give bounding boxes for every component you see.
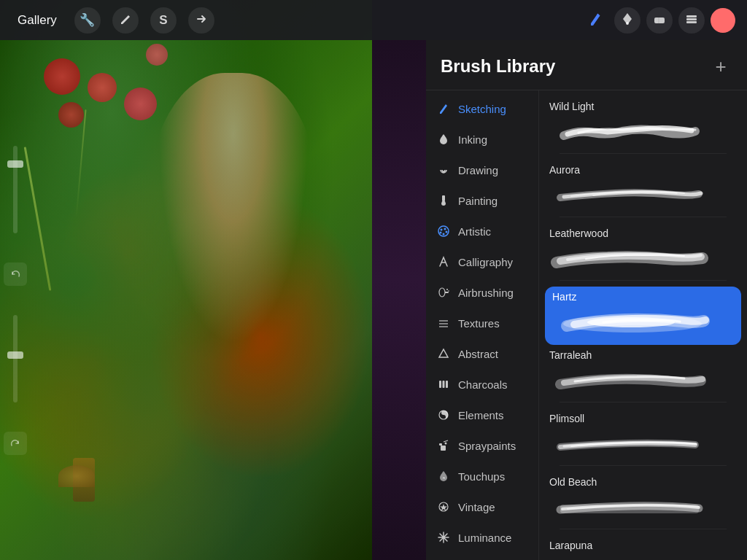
textures-icon [436,316,451,330]
brush-stroke-plimsoll [549,427,737,462]
brush-separator-tarraleah [560,402,727,402]
svg-rect-14 [445,292,449,293]
svg-point-33 [587,317,675,327]
brush-separator-old-beach [560,529,727,529]
brush-item-tarraleah[interactable]: Tarraleah [539,345,747,408]
sidebar-item-inking[interactable]: Inking [426,124,538,155]
svg-point-12 [440,232,442,234]
sidebar-item-textures[interactable]: Textures [426,308,538,338]
smudge-button[interactable]: S [150,7,177,34]
pen-modify-icon [119,12,132,28]
brush-item-old-beach[interactable]: Old Beach [539,472,747,535]
brush-stroke-hartz [552,306,734,341]
sidebar-item-elements[interactable]: Elements [426,400,538,430]
undo-button[interactable] [4,262,27,286]
sidebar-item-label-touchups: Touchups [458,470,505,483]
opacity-slider-track[interactable] [13,146,18,233]
brush-name-plimsoll: Plimsoll [549,413,737,424]
sidebar-item-label-drawing: Drawing [458,164,498,176]
brush-stroke-tarraleah [549,364,737,399]
pen-nib-icon [620,12,635,29]
sidebar-item-label-painting: Painting [458,195,498,207]
layers-button[interactable] [678,7,705,34]
brush-item-plimsoll[interactable]: Plimsoll [539,408,747,472]
sidebar-item-abstract[interactable]: Abstract [426,338,538,369]
sidebar-item-airbrushing[interactable]: Airbrushing [426,277,538,308]
brush-item-larapuna[interactable]: Larapuna [539,535,747,560]
size-slider-thumb[interactable] [7,351,23,359]
sidebar-item-label-spraypaints: Spraypaints [458,440,516,452]
pencil-tool-button[interactable] [582,7,608,34]
sidebar-item-label-elements: Elements [458,409,504,421]
svg-rect-24 [441,446,446,451]
painting-icon [436,193,451,208]
svg-rect-20 [439,381,441,388]
sidebar-item-industrial[interactable]: Industrial [426,553,538,560]
sidebar-item-label-inking: Inking [458,133,487,146]
sidebar-item-label-textures: Textures [458,317,500,330]
charcoals-icon [436,377,451,392]
size-slider-track[interactable] [13,315,18,402]
brush-name-larapuna: Larapuna [549,540,737,551]
add-brush-button[interactable]: + [709,55,732,78]
brush-separator-wild-light [560,153,727,154]
sidebar-item-vintage[interactable]: Vintage [426,491,538,522]
calligraphy-icon [436,254,451,269]
sidebar-item-spraypaints[interactable]: Spraypaints [426,430,538,461]
brush-stroke-wild-light [549,115,737,150]
brush-item-wild-light[interactable]: Wild Light [539,96,747,160]
avatar-button[interactable] [711,8,735,33]
left-sidebar [0,40,31,560]
svg-rect-25 [439,443,442,446]
pen-nib-tool-button[interactable] [614,7,640,34]
sidebar-item-sketching[interactable]: Sketching [426,93,538,124]
toolbar-right [582,7,735,34]
brush-item-leatherwood[interactable]: Leatherwood [539,223,747,287]
brush-panel-header: Brush Library + [426,40,747,90]
brush-separator-leatherwood [560,280,727,281]
pen-modify-button[interactable] [112,7,139,34]
redo-button[interactable] [4,432,27,455]
svg-point-16 [448,290,449,292]
eraser-tool-button[interactable] [646,7,673,34]
brush-name-hartz: Hartz [552,291,734,303]
eraser-icon [652,12,667,29]
pencil-tool-icon [587,11,603,30]
brush-panel-title: Brush Library [441,56,555,77]
svg-point-27 [445,443,447,445]
brush-item-aurora[interactable]: Aurora [539,160,747,223]
svg-rect-4 [686,18,697,20]
sidebar-item-artistic[interactable]: Artistic [426,216,538,246]
arrow-button[interactable] [188,7,214,34]
gallery-button[interactable]: Gallery [12,13,63,28]
sidebar-item-luminance[interactable]: Luminance [426,522,538,553]
smudge-icon: S [159,13,167,28]
sidebar-item-touchups[interactable]: Touchups [426,461,538,491]
brush-list: Wild Light Aurora Leatherwood Hartz Tarr… [539,90,747,560]
brush-separator-plimsoll [560,465,727,466]
spraypaints-icon [436,438,451,453]
svg-rect-21 [443,381,445,388]
sidebar-item-calligraphy[interactable]: Calligraphy [426,246,538,277]
sidebar-item-drawing[interactable]: Drawing [426,155,538,185]
toolbar: Gallery 🔧 S [0,0,747,40]
sidebar-item-label-charcoals: Charcoals [458,378,508,391]
arrow-icon [195,12,208,28]
svg-line-26 [444,440,448,442]
brush-name-wild-light: Wild Light [549,101,737,112]
svg-point-10 [446,231,448,233]
opacity-slider-thumb[interactable] [7,160,23,168]
flower-decoration [124,88,157,120]
flower-decoration [88,73,117,102]
sidebar-item-label-vintage: Vintage [458,501,495,513]
svg-rect-2 [658,18,659,23]
layers-icon [684,12,699,29]
svg-point-9 [444,228,446,230]
brush-name-tarraleah: Tarraleah [549,349,737,361]
wrench-button[interactable]: 🔧 [74,7,101,34]
svg-rect-3 [686,15,697,18]
svg-point-11 [443,233,445,236]
brush-item-hartz[interactable]: Hartz [545,287,741,345]
sidebar-item-charcoals[interactable]: Charcoals [426,369,538,400]
sidebar-item-painting[interactable]: Painting [426,185,538,216]
